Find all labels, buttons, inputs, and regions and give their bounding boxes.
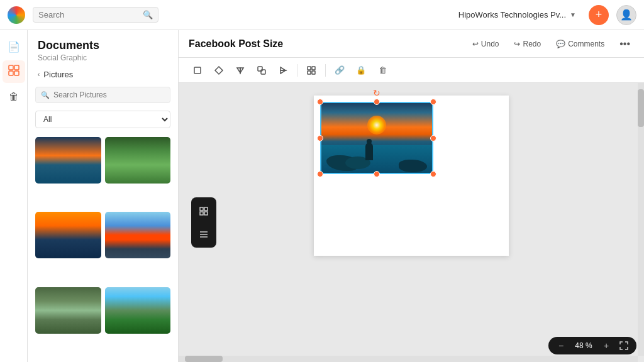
canvas-title: Facebook Post Size bbox=[189, 38, 464, 50]
rotate-handle[interactable]: ↻ bbox=[373, 88, 380, 98]
tool-icons-row: 🔗 🔒 🗑 bbox=[179, 58, 644, 83]
sidebar-item-trash[interactable]: 🗑 bbox=[3, 85, 25, 108]
svg-rect-9 bbox=[312, 67, 315, 70]
toolbar-right: ↩ Undo ↪ Redo 💬 Comments ••• bbox=[469, 37, 634, 51]
back-chevron-icon[interactable]: ‹ bbox=[38, 71, 40, 78]
canvas-frame: ↻ bbox=[314, 96, 509, 256]
delete-button[interactable]: 🗑 bbox=[374, 62, 391, 79]
handle-top-mid[interactable] bbox=[374, 99, 380, 105]
more-options-button[interactable]: ••• bbox=[616, 37, 634, 51]
search-icon: 🔍 bbox=[143, 10, 153, 19]
undo-button[interactable]: ↩ Undo bbox=[469, 38, 503, 50]
zoom-in-button[interactable]: + bbox=[600, 339, 613, 352]
filter-button[interactable] bbox=[303, 62, 320, 79]
picture-thumb-1[interactable] bbox=[35, 137, 101, 184]
svg-marker-5 bbox=[215, 67, 223, 74]
document-icon: 📄 bbox=[8, 41, 20, 53]
bottom-scrollbar[interactable] bbox=[179, 356, 638, 362]
flip-h-button[interactable] bbox=[231, 62, 249, 79]
redo-button[interactable]: ↪ Redo bbox=[510, 38, 545, 50]
draw-tool-button[interactable] bbox=[210, 62, 228, 79]
sidebar-item-template[interactable] bbox=[3, 60, 25, 83]
handle-mid-right[interactable] bbox=[430, 135, 436, 141]
sidebar-item-document[interactable]: 📄 bbox=[3, 35, 25, 58]
trash-icon: 🗑 bbox=[9, 91, 19, 102]
picture-thumb-4[interactable] bbox=[105, 212, 171, 258]
undo-icon: ↩ bbox=[472, 40, 479, 48]
floating-toolbar bbox=[191, 197, 216, 248]
right-scrollbar-thumb[interactable] bbox=[638, 89, 644, 127]
comments-button[interactable]: 💬 Comments bbox=[552, 38, 608, 50]
zoom-out-icon: − bbox=[558, 341, 564, 351]
canvas-workspace: ↻ bbox=[179, 83, 644, 362]
lock-button[interactable]: 🔒 bbox=[352, 62, 370, 79]
flip-v-button[interactable] bbox=[274, 62, 292, 79]
redo-label: Redo bbox=[523, 40, 541, 48]
svg-rect-11 bbox=[312, 71, 315, 74]
resize-button[interactable] bbox=[253, 62, 270, 79]
zoom-value: 48 % bbox=[572, 341, 595, 350]
right-scrollbar[interactable] bbox=[638, 83, 644, 356]
search-pictures-icon: 🔍 bbox=[41, 91, 50, 99]
search-input[interactable] bbox=[38, 10, 139, 19]
svg-rect-8 bbox=[308, 67, 311, 70]
picture-thumb-3[interactable] bbox=[35, 212, 101, 258]
handle-bottom-left[interactable] bbox=[317, 171, 323, 177]
svg-rect-14 bbox=[200, 212, 203, 215]
svg-rect-6 bbox=[258, 67, 262, 71]
global-search[interactable]: 🔍 bbox=[33, 7, 158, 23]
handle-bottom-mid[interactable] bbox=[374, 171, 380, 177]
svg-rect-12 bbox=[200, 207, 203, 211]
svg-rect-2 bbox=[9, 71, 13, 75]
svg-rect-7 bbox=[261, 70, 265, 74]
delete-icon: 🗑 bbox=[379, 65, 387, 75]
redo-icon: ↪ bbox=[514, 40, 520, 48]
zoom-controls: − 48 % + bbox=[548, 337, 636, 354]
company-name: HipoWorks Technologies Pv... bbox=[458, 10, 566, 19]
svg-rect-10 bbox=[308, 71, 311, 74]
user-icon: 👤 bbox=[620, 9, 633, 21]
tool-separator-1 bbox=[297, 64, 297, 77]
canvas-image[interactable] bbox=[320, 102, 433, 174]
pictures-search-input[interactable] bbox=[53, 90, 165, 99]
picture-thumb-6[interactable] bbox=[105, 287, 171, 334]
add-button[interactable]: + bbox=[589, 5, 609, 25]
icon-sidebar: 📄 🗑 bbox=[0, 30, 28, 362]
floating-list-button[interactable] bbox=[194, 224, 214, 244]
top-navigation: 🔍 HipoWorks Technologies Pv... ▼ + 👤 bbox=[0, 0, 644, 30]
svg-rect-1 bbox=[14, 65, 19, 70]
expand-button[interactable] bbox=[618, 339, 630, 352]
floating-grid-button[interactable] bbox=[194, 201, 214, 221]
handle-top-left[interactable] bbox=[317, 99, 323, 105]
pictures-nav-label[interactable]: Pictures bbox=[43, 70, 73, 79]
crop-tool-button[interactable] bbox=[189, 62, 206, 79]
handle-mid-left[interactable] bbox=[317, 135, 323, 141]
pictures-search[interactable]: 🔍 bbox=[35, 87, 170, 103]
panel-subtitle: Social Social GraphicGraphic bbox=[38, 53, 168, 62]
user-avatar[interactable]: 👤 bbox=[616, 5, 636, 25]
chevron-down-icon: ▼ bbox=[570, 11, 576, 18]
bottom-scrollbar-thumb[interactable] bbox=[185, 356, 223, 362]
link-icon: 🔗 bbox=[335, 65, 345, 75]
comments-icon: 💬 bbox=[556, 40, 565, 48]
main-layout: 📄 🗑 Documents Social Social GraphicGraph… bbox=[0, 30, 644, 362]
link-button[interactable]: 🔗 bbox=[331, 62, 348, 79]
company-selector[interactable]: HipoWorks Technologies Pv... ▼ bbox=[453, 8, 581, 22]
filter-select[interactable]: All Nature People Architecture bbox=[35, 111, 170, 128]
pictures-grid bbox=[28, 133, 178, 362]
undo-label: Undo bbox=[481, 40, 499, 48]
picture-thumb-5[interactable] bbox=[35, 287, 101, 334]
svg-rect-4 bbox=[194, 67, 201, 74]
picture-thumb-2[interactable] bbox=[105, 137, 171, 184]
panel-title: Documents bbox=[38, 39, 168, 52]
tool-separator-2 bbox=[325, 64, 326, 77]
svg-rect-15 bbox=[204, 212, 208, 215]
svg-rect-0 bbox=[9, 65, 13, 70]
handle-bottom-right[interactable] bbox=[430, 171, 436, 177]
filter-row: All Nature People Architecture bbox=[28, 106, 178, 133]
zoom-out-button[interactable]: − bbox=[555, 339, 567, 352]
left-panel: Documents Social Social GraphicGraphic ‹… bbox=[28, 30, 179, 362]
handle-top-right[interactable] bbox=[430, 99, 436, 105]
selected-image-container[interactable]: ↻ bbox=[320, 102, 433, 174]
canvas-toolbar: Facebook Post Size ↩ Undo ↪ Redo 💬 Comme… bbox=[179, 30, 644, 58]
